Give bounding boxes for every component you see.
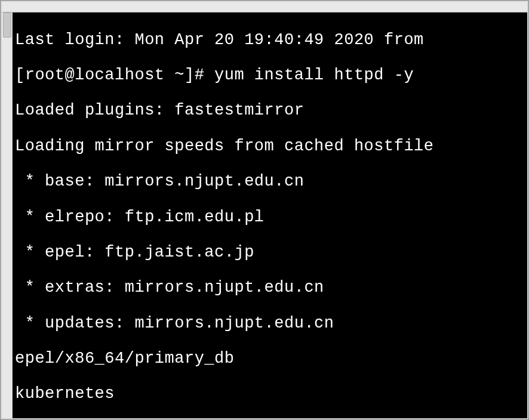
- terminal-area: Last login: Mon Apr 20 19:40:49 2020 fro…: [2, 13, 527, 418]
- terminal-line: * epel: ftp.jaist.ac.jp: [15, 244, 527, 262]
- terminal-line: epel/x86_64/primary_db: [15, 350, 527, 368]
- window-titlebar[interactable]: [2, 2, 527, 13]
- vertical-scrollbar[interactable]: [2, 13, 13, 418]
- terminal-line: Last login: Mon Apr 20 19:40:49 2020 fro…: [15, 32, 527, 50]
- terminal-line: * base: mirrors.njupt.edu.cn: [15, 173, 527, 191]
- scrollbar-thumb[interactable]: [3, 13, 11, 38]
- window-frame: Last login: Mon Apr 20 19:40:49 2020 fro…: [0, 0, 529, 420]
- terminal-line: * extras: mirrors.njupt.edu.cn: [15, 279, 527, 297]
- terminal-line: kubernetes: [15, 385, 527, 403]
- terminal-line: Loaded plugins: fastestmirror: [15, 102, 527, 120]
- terminal-output[interactable]: Last login: Mon Apr 20 19:40:49 2020 fro…: [13, 13, 527, 418]
- terminal-line: Loading mirror speeds from cached hostfi…: [15, 138, 527, 156]
- terminal-line: [root@localhost ~]# yum install httpd -y: [15, 67, 527, 85]
- terminal-line: * elrepo: ftp.icm.edu.pl: [15, 209, 527, 227]
- terminal-line: * updates: mirrors.njupt.edu.cn: [15, 315, 527, 333]
